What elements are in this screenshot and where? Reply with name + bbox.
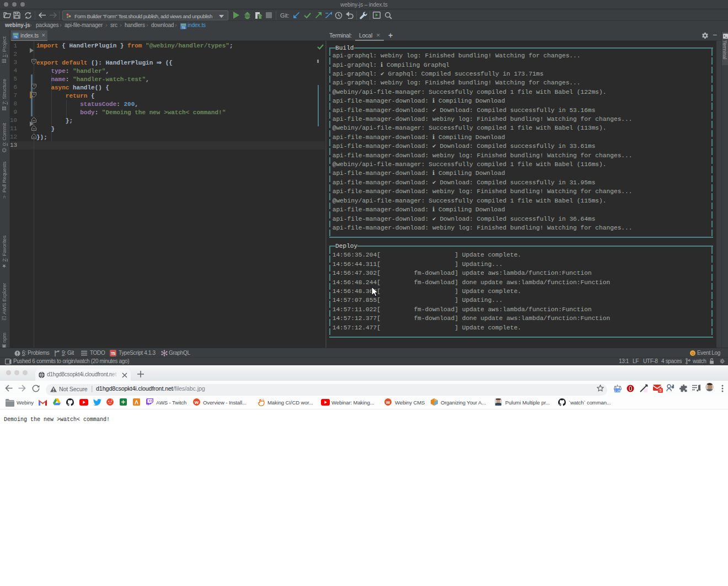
svg-text:G: G — [692, 351, 694, 355]
svg-text:W: W — [386, 400, 390, 405]
svg-text:5: 5 — [660, 388, 662, 392]
svg-text:TS: TS — [111, 351, 116, 355]
svg-text:2.26: 2.26 — [614, 389, 620, 392]
svg-text:TS: TS — [14, 35, 18, 39]
svg-text:TS: TS — [182, 26, 186, 29]
svg-text:W: W — [195, 400, 199, 405]
